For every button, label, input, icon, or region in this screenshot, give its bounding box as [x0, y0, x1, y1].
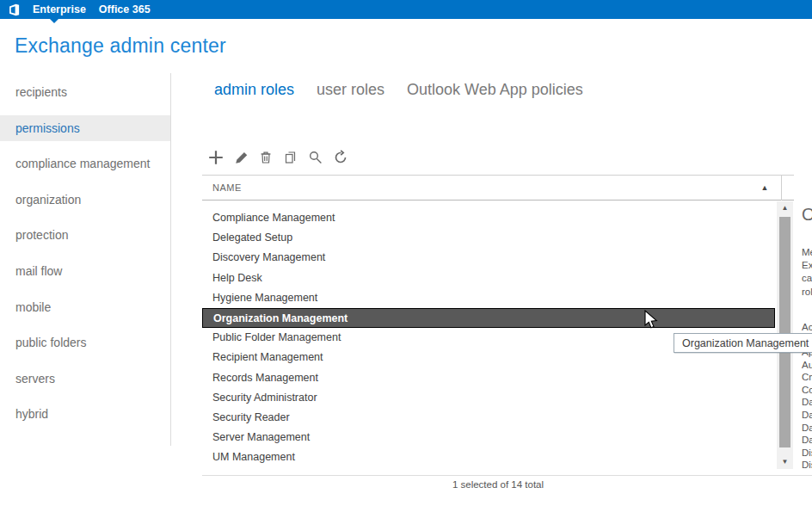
suite-bar: EnterpriseOffice 365	[0, 0, 812, 19]
header-divider	[781, 176, 782, 201]
table-row[interactable]: Security Administrator	[202, 388, 777, 408]
table-row[interactable]: Compliance Management	[202, 208, 777, 228]
refresh-icon	[333, 150, 348, 165]
sidebar-item[interactable]: hybrid	[0, 401, 170, 427]
column-header-label: NAME	[212, 176, 242, 200]
sidebar-item[interactable]: servers	[0, 366, 170, 392]
sidebar-item[interactable]: compliance management	[0, 151, 170, 176]
sidebar-item[interactable]: permissions	[0, 115, 170, 141]
assigned-role-item: Data Loss Prevention	[802, 396, 812, 409]
office-logo-icon	[8, 3, 21, 16]
assigned-role-item: Disaster Recovery	[802, 447, 812, 460]
description-line: role group shouldn't be deleted.	[802, 286, 812, 299]
description-line: can also delegate role groups and manage…	[802, 272, 812, 285]
edit-button[interactable]	[232, 149, 249, 166]
search-icon	[308, 150, 323, 165]
add-icon	[207, 149, 225, 166]
table-row[interactable]: Delegated Setup	[202, 228, 777, 248]
assigned-role-item: Cmdlet Extension Agents	[802, 371, 812, 384]
details-description: Members of this management role group ha…	[802, 246, 812, 299]
main-tab[interactable]: admin roles	[214, 81, 294, 99]
sidebar-item[interactable]: mobile	[0, 294, 170, 320]
table-row[interactable]: UM Management	[202, 447, 777, 467]
copy-button[interactable]	[282, 149, 299, 166]
sidebar-item[interactable]: protection	[0, 222, 170, 248]
status-divider	[202, 475, 812, 476]
toolbar	[207, 149, 349, 166]
add-button[interactable]	[207, 149, 225, 166]
sort-ascending-icon: ▲	[760, 176, 770, 200]
table-row[interactable]: Help Desk	[202, 268, 777, 288]
assigned-role-item: Database Availability Groups	[802, 409, 812, 422]
sidebar-item[interactable]: public folders	[0, 330, 170, 355]
description-line: Members of this management role group ha…	[802, 246, 812, 259]
scrollbar-thumb[interactable]	[779, 217, 790, 447]
sidebar-item[interactable]: recipients	[0, 79, 170, 105]
table-row[interactable]: Discovery Management	[202, 248, 777, 268]
search-button[interactable]	[307, 149, 324, 166]
suite-tab[interactable]: Enterprise	[33, 0, 86, 19]
delete-icon	[258, 150, 274, 165]
main-tab[interactable]: Outlook Web App policies	[407, 81, 583, 99]
scroll-up-button[interactable]: ▲	[777, 201, 793, 215]
assigned-role-item: Audit Logs	[802, 359, 812, 372]
delete-button[interactable]	[257, 149, 274, 166]
main-tab[interactable]: user roles	[317, 81, 384, 99]
table-row[interactable]: Records Management	[202, 368, 777, 388]
status-text: 1 selected of 14 total	[202, 479, 794, 490]
page-title: Exchange admin center	[15, 34, 226, 58]
tooltip: Organization Management	[674, 333, 812, 353]
suite-tab[interactable]: Office 365	[99, 0, 151, 19]
description-line: Exchange objects and their properties in…	[802, 259, 812, 272]
table-row[interactable]: Security Reader	[202, 408, 777, 428]
assigned-role-item: Databases	[802, 434, 812, 447]
suite-tabs: EnterpriseOffice 365	[21, 0, 151, 19]
sidebar-item[interactable]: mail flow	[0, 258, 170, 284]
assigned-role-item: Active Directory Permissions	[802, 321, 812, 334]
main-tabs: admin rolesuser rolesOutlook Web App pol…	[214, 81, 583, 99]
table-row[interactable]: Organization Management	[202, 308, 775, 328]
assigned-role-item: Compliance Admin	[802, 384, 812, 397]
table-row[interactable]: Server Management	[202, 428, 777, 447]
scroll-down-button[interactable]: ▼	[777, 455, 793, 469]
assigned-role-item: Distribution Groups	[802, 459, 812, 472]
edit-icon	[233, 150, 249, 166]
sidebar-item[interactable]: organization	[0, 187, 170, 213]
sidebar: recipientspermissionscompliance manageme…	[0, 73, 171, 446]
assigned-role-item: Database Copies	[802, 422, 812, 435]
copy-icon	[283, 150, 298, 165]
table-row[interactable]: Hygiene Management	[202, 288, 777, 308]
details-title: Organization Management	[802, 205, 812, 225]
refresh-button[interactable]	[332, 149, 349, 166]
active-tab-pointer	[50, 19, 58, 23]
column-header-name[interactable]: NAME ▲	[202, 175, 794, 201]
